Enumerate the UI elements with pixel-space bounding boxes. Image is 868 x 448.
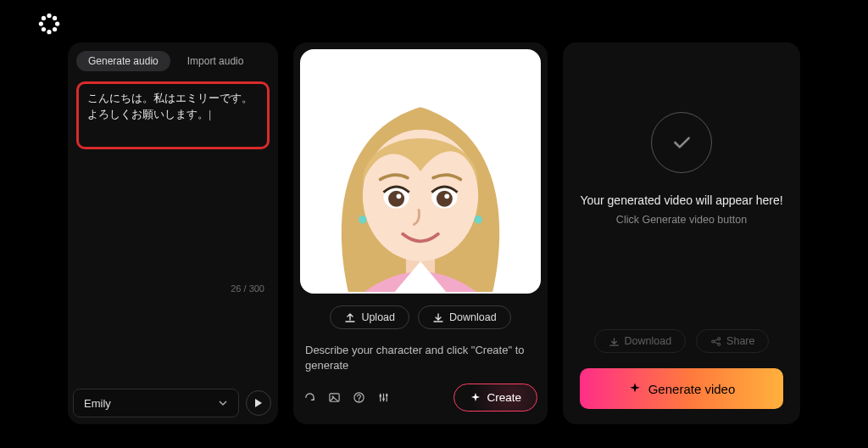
download-video-button: Download bbox=[594, 329, 687, 353]
svg-point-12 bbox=[388, 191, 404, 207]
download-icon bbox=[432, 311, 444, 323]
sparkle-icon bbox=[470, 392, 481, 404]
voice-select[interactable]: Emily bbox=[73, 389, 239, 417]
app-logo bbox=[37, 12, 61, 36]
svg-point-0 bbox=[47, 14, 51, 18]
svg-point-4 bbox=[53, 16, 57, 20]
download-avatar-label: Download bbox=[449, 311, 497, 323]
svg-point-16 bbox=[359, 216, 366, 223]
output-panel: Your generated video will appear here! C… bbox=[563, 42, 800, 424]
svg-point-5 bbox=[53, 27, 57, 31]
upload-button[interactable]: Upload bbox=[330, 305, 409, 329]
tab-import-audio[interactable]: Import audio bbox=[175, 51, 256, 71]
svg-point-15 bbox=[444, 194, 449, 199]
svg-point-7 bbox=[42, 16, 46, 20]
image-icon[interactable] bbox=[328, 391, 341, 404]
check-icon bbox=[670, 132, 693, 154]
status-indicator bbox=[651, 112, 712, 173]
svg-point-17 bbox=[474, 216, 481, 223]
svg-point-6 bbox=[42, 27, 46, 31]
output-title: Your generated video will appear here! bbox=[580, 193, 782, 207]
svg-point-27 bbox=[718, 343, 721, 345]
sliders-icon[interactable] bbox=[377, 391, 390, 404]
svg-point-2 bbox=[47, 30, 51, 34]
share-button: Share bbox=[696, 329, 769, 353]
generate-label: Generate video bbox=[648, 382, 736, 396]
download-icon bbox=[609, 336, 620, 347]
share-label: Share bbox=[726, 335, 754, 347]
script-text: こんにちは。私はエミリーです。よろしくお願いします。 bbox=[87, 92, 253, 120]
chevron-down-icon bbox=[218, 398, 228, 408]
sparkle-icon bbox=[628, 382, 642, 395]
play-icon bbox=[254, 398, 263, 408]
help-icon[interactable] bbox=[353, 391, 365, 404]
char-counter: 26 / 300 bbox=[227, 156, 264, 294]
avatar-preview bbox=[300, 49, 541, 294]
upload-icon bbox=[344, 311, 356, 323]
svg-point-1 bbox=[55, 21, 59, 25]
script-textarea[interactable]: こんにちは。私はエミリーです。よろしくお願いします。| bbox=[76, 81, 270, 149]
create-label: Create bbox=[487, 391, 521, 404]
share-icon bbox=[710, 336, 721, 347]
svg-point-21 bbox=[359, 400, 359, 401]
svg-point-3 bbox=[39, 21, 43, 25]
describe-hint: Describe your character and click "Creat… bbox=[293, 331, 548, 378]
play-button[interactable] bbox=[246, 390, 271, 416]
avatar-image bbox=[300, 49, 541, 294]
svg-point-13 bbox=[437, 191, 453, 207]
svg-point-25 bbox=[718, 337, 721, 339]
refresh-icon[interactable] bbox=[303, 391, 316, 404]
download-avatar-button[interactable]: Download bbox=[418, 305, 511, 329]
output-subtitle: Click Generate video button bbox=[616, 214, 747, 226]
svg-point-22 bbox=[379, 395, 381, 398]
upload-label: Upload bbox=[361, 311, 395, 323]
svg-point-26 bbox=[712, 340, 715, 343]
download-video-label: Download bbox=[625, 335, 672, 347]
voice-selected-label: Emily bbox=[84, 397, 111, 410]
svg-point-14 bbox=[397, 194, 402, 199]
generate-video-button[interactable]: Generate video bbox=[580, 368, 783, 409]
audio-panel: Generate audio Import audio こんにちは。私はエミリー… bbox=[68, 42, 278, 424]
tab-generate-audio[interactable]: Generate audio bbox=[76, 51, 170, 71]
create-button[interactable]: Create bbox=[453, 384, 537, 412]
svg-point-23 bbox=[382, 398, 385, 400]
svg-point-24 bbox=[386, 395, 388, 397]
avatar-panel: Upload Download Describe your character … bbox=[293, 42, 548, 424]
